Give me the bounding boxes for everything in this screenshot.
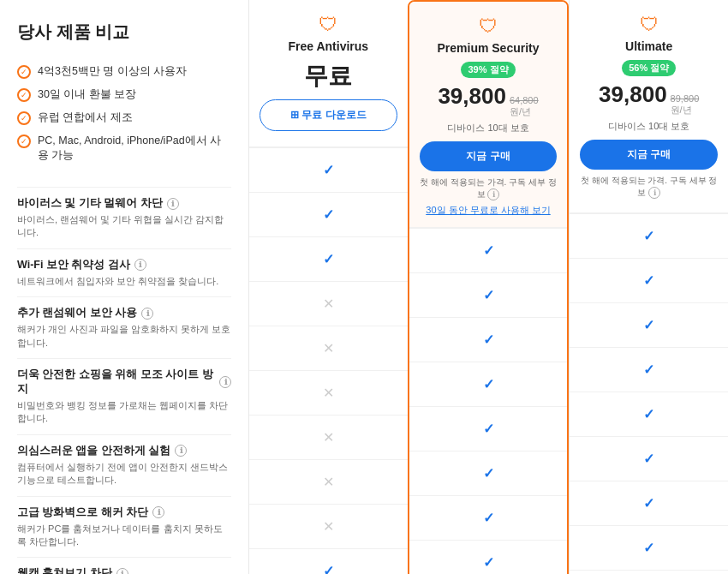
intro-feature-item: 30일 이내 환불 보장 bbox=[17, 87, 231, 102]
ultimate-cell-2: ✓ bbox=[570, 302, 728, 347]
intro-feature-item: 유럽 연합에서 제조 bbox=[17, 111, 231, 125]
free-cell-2: ✓ bbox=[249, 236, 408, 281]
windows-icon: ⊞ bbox=[290, 109, 299, 121]
cross-mark: ✕ bbox=[323, 518, 334, 535]
left-panel: 당사 제품 비교 4억3천5백만 명 이상의 사용자30일 이내 환불 보장유럽… bbox=[0, 0, 248, 574]
free-cell-7: ✕ bbox=[249, 459, 408, 504]
ultimate-first-price-note: 첫 해에 적용되는 가격. 구독 세부 정보 ℹ bbox=[580, 175, 718, 199]
info-icon[interactable]: ℹ bbox=[152, 506, 164, 518]
premium-price-unit: 원/년 bbox=[510, 105, 531, 118]
cross-mark: ✕ bbox=[323, 385, 334, 401]
feature-row-desc: 비밀번호와 뱅킹 정보를 가로채는 웹페이지를 차단합니다. bbox=[17, 399, 231, 426]
feature-name-text: 추가 랜섬웨어 보안 사용 bbox=[17, 306, 137, 320]
info-icon[interactable]: ℹ bbox=[219, 376, 231, 388]
check-mark: ✓ bbox=[643, 362, 654, 378]
premium-cell-1: ✓ bbox=[409, 272, 568, 317]
check-circle-icon bbox=[17, 88, 31, 102]
ultimate-price-original: 89,800 bbox=[671, 93, 700, 104]
feature-row: 바이러스 및 기타 멀웨어 차단 ℹ 바이러스, 랜섬웨어 및 기타 위협을 실… bbox=[17, 187, 231, 248]
info-icon-ultimate[interactable]: ℹ bbox=[648, 187, 660, 199]
feature-text: 30일 이내 환불 보장 bbox=[38, 87, 136, 102]
col-premium-header: 🛡 Premium Security 39% 절약 39,800 64,800 … bbox=[409, 2, 568, 228]
premium-cell-3: ✓ bbox=[409, 362, 568, 406]
ultimate-col-name: Ultimate bbox=[580, 39, 718, 53]
ultimate-price-unit: 원/년 bbox=[671, 104, 692, 117]
premium-cell-7: ✓ bbox=[409, 540, 568, 574]
free-shield-icon: 🛡 bbox=[260, 14, 397, 36]
info-icon-premium[interactable]: ℹ bbox=[487, 188, 499, 200]
info-icon[interactable]: ℹ bbox=[175, 445, 187, 457]
feature-name-text: 웹캠 훔쳐보기 차단 bbox=[17, 566, 112, 574]
check-circle-icon bbox=[17, 135, 31, 148]
check-mark: ✓ bbox=[323, 563, 334, 574]
ultimate-price-side: 89,800 원/년 bbox=[671, 93, 700, 117]
cross-mark: ✕ bbox=[323, 474, 334, 490]
premium-price-original: 64,800 bbox=[510, 95, 539, 105]
premium-discount-badge: 39% 절약 bbox=[461, 62, 515, 78]
feature-row: 더욱 안전한 쇼핑을 위해 모조 사이트 방지 ℹ 비밀번호와 뱅킹 정보를 가… bbox=[17, 358, 231, 434]
info-icon[interactable]: ℹ bbox=[167, 198, 179, 210]
premium-shield-icon: 🛡 bbox=[420, 15, 558, 38]
info-icon[interactable]: ℹ bbox=[116, 568, 128, 574]
feature-text: 유럽 연합에서 제조 bbox=[38, 111, 133, 125]
feature-row: 고급 방화벽으로 해커 차단 ℹ 해커가 PC를 훔쳐보거나 데이터를 훔치지 … bbox=[17, 496, 231, 558]
ultimate-cell-1: ✓ bbox=[570, 258, 728, 302]
free-col-name: Free Antivirus bbox=[260, 39, 397, 53]
check-mark: ✓ bbox=[643, 272, 654, 289]
check-mark: ✓ bbox=[483, 287, 494, 303]
free-cell-4: ✕ bbox=[249, 326, 408, 370]
check-mark: ✓ bbox=[643, 451, 654, 467]
check-mark: ✓ bbox=[643, 540, 654, 556]
feature-row-desc: 해커가 개인 사진과 파일을 암호화하지 못하게 보호합니다. bbox=[17, 323, 231, 350]
col-free: 🛡 Free Antivirus 무료 ⊞ 무료 다운로드 ✓✓✓✕✕✕✕✕✕✓ bbox=[248, 0, 408, 574]
premium-devices: 디바이스 10대 보호 bbox=[420, 122, 558, 135]
feature-row: Wi-Fi 보안 취약성 검사 ℹ 네트워크에서 침입자와 보안 취약점을 찾습… bbox=[17, 248, 231, 296]
feature-row: 추가 랜섬웨어 보안 사용 ℹ 해커가 개인 사진과 파일을 암호화하지 못하게… bbox=[17, 296, 231, 358]
page-title: 당사 제품 비교 bbox=[17, 21, 231, 44]
ultimate-cell-0: ✓ bbox=[570, 213, 728, 258]
free-cell-9: ✓ bbox=[249, 548, 408, 574]
feature-name-text: 더욱 안전한 쇼핑을 위해 모조 사이트 방지 bbox=[17, 368, 215, 397]
feature-text: PC, Mac, Android, iPhone/iPad에서 사용 가능 bbox=[38, 134, 231, 163]
check-mark: ✓ bbox=[483, 376, 494, 392]
premium-cell-6: ✓ bbox=[409, 495, 568, 540]
feature-row-title: 더욱 안전한 쇼핑을 위해 모조 사이트 방지 ℹ bbox=[17, 368, 231, 397]
feature-row-title: 추가 랜섬웨어 보안 사용 ℹ bbox=[17, 306, 231, 320]
check-mark: ✓ bbox=[643, 228, 654, 244]
feature-row-desc: 바이러스, 랜섬웨어 및 기타 위협을 실시간 감지합니다. bbox=[17, 213, 231, 240]
feature-row-title: 의심스러운 앱을 안전하게 실험 ℹ bbox=[17, 444, 231, 458]
feature-rows: 바이러스 및 기타 멀웨어 차단 ℹ 바이러스, 랜섬웨어 및 기타 위협을 실… bbox=[17, 187, 231, 574]
free-cell-0: ✓ bbox=[249, 147, 408, 192]
free-cell-5: ✕ bbox=[249, 370, 408, 415]
col-ultimate: 🛡 Ultimate 56% 절약 39,800 89,800 원/년 디바이스… bbox=[569, 0, 728, 574]
check-circle-icon bbox=[17, 65, 31, 79]
feature-text: 4억3천5백만 명 이상의 사용자 bbox=[38, 64, 187, 79]
intro-feature-item: 4억3천5백만 명 이상의 사용자 bbox=[17, 64, 231, 79]
premium-cell-2: ✓ bbox=[409, 317, 568, 362]
check-mark: ✓ bbox=[483, 332, 494, 348]
col-premium: 🛡 Premium Security 39% 절약 39,800 64,800 … bbox=[408, 0, 570, 574]
ultimate-cell-8: ✓ bbox=[570, 570, 728, 574]
feature-row-title: 바이러스 및 기타 멀웨어 차단 ℹ bbox=[17, 196, 231, 211]
check-mark: ✓ bbox=[483, 465, 494, 481]
info-icon[interactable]: ℹ bbox=[141, 308, 153, 320]
intro-feature-item: PC, Mac, Android, iPhone/iPad에서 사용 가능 bbox=[17, 134, 231, 163]
free-cell-1: ✓ bbox=[249, 192, 408, 236]
free-cell-6: ✕ bbox=[249, 415, 408, 459]
feature-row-desc: 네트워크에서 침입자와 보안 취약점을 찾습니다. bbox=[17, 275, 231, 288]
info-icon[interactable]: ℹ bbox=[134, 259, 146, 271]
cross-mark: ✕ bbox=[323, 429, 334, 445]
free-price: 무료 bbox=[260, 60, 397, 93]
ultimate-cell-3: ✓ bbox=[570, 347, 728, 392]
cross-mark: ✕ bbox=[323, 340, 334, 356]
premium-trial-link[interactable]: 30일 동안 무료로 사용해 보기 bbox=[420, 204, 558, 217]
premium-col-cells: ✓✓✓✓✓✓✓✓✓✓ bbox=[409, 228, 568, 574]
check-mark: ✓ bbox=[323, 162, 334, 178]
premium-price: 39,800 bbox=[438, 83, 506, 110]
free-download-button[interactable]: ⊞ 무료 다운로드 bbox=[260, 99, 397, 131]
premium-cell-5: ✓ bbox=[409, 451, 568, 495]
ultimate-buy-button[interactable]: 지금 구매 bbox=[580, 140, 718, 170]
check-circle-icon bbox=[17, 111, 31, 125]
free-col-cells: ✓✓✓✕✕✕✕✕✕✓ bbox=[249, 147, 408, 574]
premium-buy-button[interactable]: 지금 구매 bbox=[420, 141, 558, 171]
